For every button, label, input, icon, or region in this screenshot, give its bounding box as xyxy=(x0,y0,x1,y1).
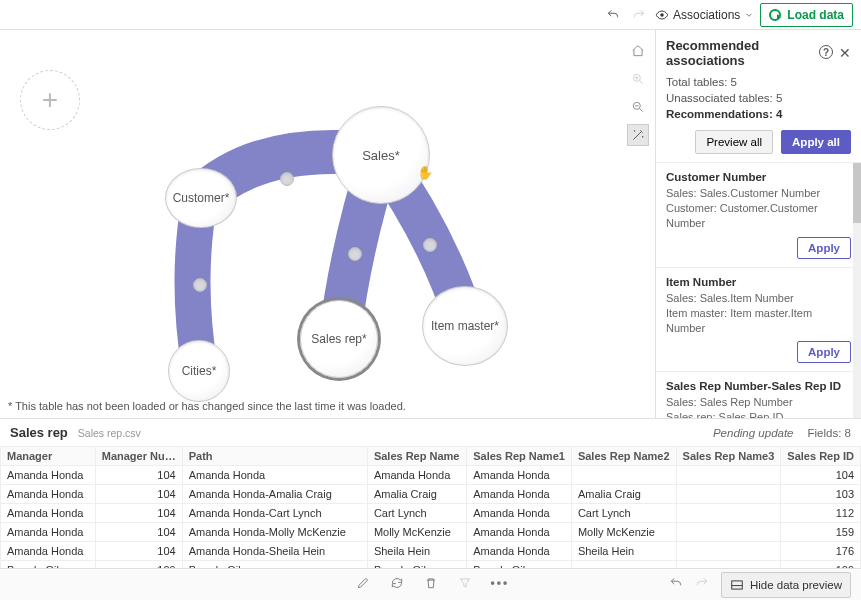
load-data-label: Load data xyxy=(787,8,844,22)
view-dropdown-label: Associations xyxy=(673,8,740,22)
table-cell: Molly McKenzie xyxy=(571,523,676,542)
delete-button[interactable] xyxy=(423,576,439,593)
magic-wand-button[interactable] xyxy=(627,124,649,146)
association-dot[interactable] xyxy=(423,238,437,252)
table-cell: Amanda Honda xyxy=(467,523,572,542)
filter-button[interactable] xyxy=(457,576,473,593)
table-cell: Amanda Honda-Amalia Craig xyxy=(182,485,367,504)
svg-rect-3 xyxy=(732,580,743,588)
table-cell xyxy=(676,485,781,504)
redo-button[interactable] xyxy=(629,5,649,25)
table-bubble-customer[interactable]: Customer* xyxy=(165,168,237,228)
table-cell: Molly McKenzie xyxy=(367,523,466,542)
view-dropdown[interactable]: Associations xyxy=(655,8,754,22)
preview-all-button[interactable]: Preview all xyxy=(695,130,773,154)
apply-button[interactable]: Apply xyxy=(797,237,851,259)
table-row[interactable]: Amanda Honda104Amanda Honda-Cart LynchCa… xyxy=(1,504,861,523)
association-dot[interactable] xyxy=(280,172,294,186)
column-header[interactable]: Manager xyxy=(1,447,96,466)
column-header[interactable]: Sales Rep Name1 xyxy=(467,447,572,466)
recommendation-card[interactable]: Customer Number Sales: Sales.Customer Nu… xyxy=(656,163,861,268)
preview-file-name: Sales rep.csv xyxy=(78,427,141,439)
redo-bottom-button[interactable] xyxy=(695,576,709,593)
association-dot[interactable] xyxy=(348,247,362,261)
zoom-in-button[interactable] xyxy=(627,68,649,90)
table-row[interactable]: Amanda Honda104Amanda Honda-Molly McKenz… xyxy=(1,523,861,542)
fields-count: Fields: 8 xyxy=(808,427,851,439)
table-cell: Amanda Honda xyxy=(1,523,96,542)
pending-update-label: Pending update xyxy=(713,427,794,439)
table-cell: Amanda Honda xyxy=(1,485,96,504)
svg-point-0 xyxy=(660,13,664,17)
table-cell: 104 xyxy=(95,485,182,504)
column-header[interactable]: Path xyxy=(182,447,367,466)
table-cell: 103 xyxy=(781,485,861,504)
table-cell: Amanda Honda xyxy=(1,504,96,523)
apply-button[interactable]: Apply xyxy=(797,341,851,363)
hide-preview-button[interactable]: Hide data preview xyxy=(721,572,851,598)
preview-table-name: Sales rep xyxy=(10,425,68,440)
zoom-out-button[interactable] xyxy=(627,96,649,118)
table-cell: Amanda Honda-Cart Lynch xyxy=(182,504,367,523)
recommendations-panel: Recommended associations ? ✕ Total table… xyxy=(655,30,861,418)
grab-cursor-icon: ✋ xyxy=(417,165,433,180)
undo-button[interactable] xyxy=(603,5,623,25)
table-cell: Cart Lynch xyxy=(367,504,466,523)
load-data-button[interactable]: Load data xyxy=(760,3,853,27)
close-panel-icon[interactable]: ✕ xyxy=(839,45,851,61)
table-cell: Amalia Craig xyxy=(367,485,466,504)
associations-canvas[interactable]: + Sales* ✋ Customer* Cities* Sales rep* … xyxy=(0,30,655,418)
edit-button[interactable] xyxy=(355,576,371,593)
table-row[interactable]: Amanda Honda104Amanda Honda-Amalia Craig… xyxy=(1,485,861,504)
table-cell xyxy=(676,466,781,485)
table-cell: Amanda Honda xyxy=(367,466,466,485)
column-header[interactable]: Sales Rep Name2 xyxy=(571,447,676,466)
column-header[interactable]: Sales Rep Name3 xyxy=(676,447,781,466)
table-cell: Amanda Honda xyxy=(467,504,572,523)
table-bubble-salesrep[interactable]: Sales rep* xyxy=(300,300,378,378)
table-cell: Amalia Craig xyxy=(571,485,676,504)
table-cell: Amanda Honda-Molly McKenzie xyxy=(182,523,367,542)
table-cell: 104 xyxy=(95,504,182,523)
load-data-icon xyxy=(769,9,781,21)
more-button[interactable]: ••• xyxy=(491,576,507,593)
top-toolbar: Associations Load data xyxy=(0,0,861,30)
bottom-toolbar: ••• Hide data preview xyxy=(0,568,861,600)
scrollbar-track[interactable] xyxy=(853,163,861,418)
panel-title: Recommended associations xyxy=(666,38,819,68)
table-bubble-itemmaster[interactable]: Item master* xyxy=(422,286,508,366)
canvas-footnote: * This table has not been loaded or has … xyxy=(8,400,406,412)
recommendation-title: Customer Number xyxy=(666,171,851,183)
table-cell: 104 xyxy=(95,466,182,485)
table-bubble-sales[interactable]: Sales* ✋ xyxy=(332,106,430,204)
table-cell: Amanda Honda xyxy=(1,542,96,561)
table-cell: Sheila Hein xyxy=(571,542,676,561)
column-header[interactable]: Manager Nu… xyxy=(95,447,182,466)
table-cell: Cart Lynch xyxy=(571,504,676,523)
table-cell xyxy=(571,466,676,485)
column-header[interactable]: Sales Rep ID xyxy=(781,447,861,466)
table-cell xyxy=(676,542,781,561)
refresh-button[interactable] xyxy=(389,576,405,593)
scrollbar-thumb[interactable] xyxy=(853,163,861,223)
recommendation-title: Sales Rep Number-Sales Rep ID xyxy=(666,380,851,392)
table-row[interactable]: Amanda Honda104Amanda HondaAmanda HondaA… xyxy=(1,466,861,485)
recommendation-card[interactable]: Item Number Sales: Sales.Item Number Ite… xyxy=(656,268,861,373)
undo-bottom-button[interactable] xyxy=(669,576,683,593)
table-cell: 104 xyxy=(95,542,182,561)
table-cell: Amanda Honda xyxy=(182,466,367,485)
apply-all-button[interactable]: Apply all xyxy=(781,130,851,154)
recommendation-title: Item Number xyxy=(666,276,851,288)
home-zoom-button[interactable] xyxy=(627,40,649,62)
table-row[interactable]: Amanda Honda104Amanda Honda-Sheila HeinS… xyxy=(1,542,861,561)
table-cell: 176 xyxy=(781,542,861,561)
table-cell: 104 xyxy=(781,466,861,485)
column-header[interactable]: Sales Rep Name xyxy=(367,447,466,466)
recommendation-card[interactable]: Sales Rep Number-Sales Rep ID Sales: Sal… xyxy=(656,372,861,418)
association-dot[interactable] xyxy=(193,278,207,292)
table-cell: Amanda Honda-Sheila Hein xyxy=(182,542,367,561)
canvas-tools xyxy=(627,40,649,146)
help-icon[interactable]: ? xyxy=(819,45,833,59)
data-table: ManagerManager Nu…PathSales Rep NameSale… xyxy=(0,446,861,580)
table-bubble-cities[interactable]: Cities* xyxy=(168,340,230,402)
